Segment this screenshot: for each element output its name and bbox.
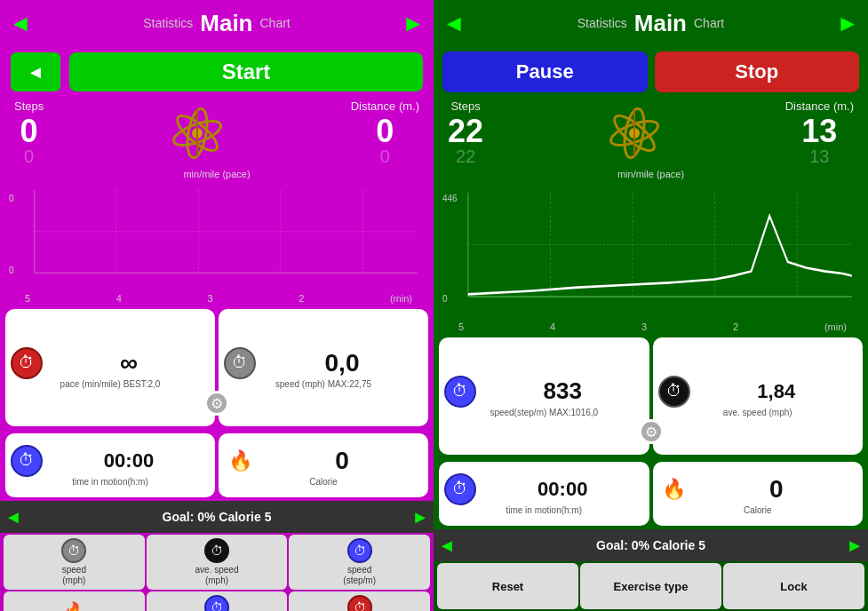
- left-speed-value: 0,0: [261, 349, 423, 377]
- left-tab-ave-speed-label: ave. speed(mph): [195, 565, 239, 586]
- right-steps-label: Steps: [450, 99, 480, 113]
- left-back-arrow[interactable]: ◄: [9, 10, 32, 37]
- left-tab-calorie[interactable]: 🔥 Calorie: [4, 591, 145, 611]
- left-chart-title: min/mile (pace): [7, 169, 426, 179]
- right-distance-block: Distance (m.) 13 13: [785, 99, 854, 167]
- left-gear-icon[interactable]: ⚙: [204, 391, 229, 416]
- left-statistics-label: Statistics: [143, 16, 193, 30]
- left-speed-card: ⏱ 0,0 speed (mph) MAX:22,75: [219, 309, 428, 426]
- left-tab-time[interactable]: ⏱ time inmotion(h:m): [147, 591, 288, 611]
- pause-stop-area: Pause Stop: [434, 46, 868, 98]
- right-ave-speed-icon: ⏱: [658, 376, 690, 408]
- right-calorie-icon: 🔥: [658, 473, 690, 505]
- left-tab-time-icon: ⏱: [204, 595, 229, 611]
- stop-button[interactable]: Stop: [655, 52, 860, 92]
- right-time-card: ⏱ 00:00 time in motion(h:m): [439, 462, 649, 526]
- left-time-label: time in motion(h:m): [11, 477, 210, 487]
- left-tab-ave-speed[interactable]: ⏱ ave. speed(mph): [147, 535, 288, 590]
- right-speed-step-card: ⏱ 833 speed(step/m) MAX:1016,0: [439, 337, 649, 455]
- left-stats-row: Steps 0 0 Distance (m.) 0 0: [0, 98, 434, 169]
- exercise-type-button[interactable]: Exercise type: [580, 563, 721, 609]
- left-tab-speed-icon: ⏱: [61, 538, 86, 563]
- left-chart-y-bottom: 0: [9, 266, 14, 275]
- right-time-label: time in motion(h:m): [444, 505, 644, 515]
- right-metrics-bottom-grid: ⏱ 00:00 time in motion(h:m) 🔥 0 Calorie: [434, 458, 868, 529]
- right-calorie-value: 0: [696, 475, 858, 504]
- right-goal-bar: ◄ Goal: 0% Calorie 5 ►: [434, 529, 868, 561]
- left-distance-shadow: 0: [380, 147, 390, 167]
- right-steps-block: Steps 22 22: [448, 99, 483, 167]
- left-tab-calorie-icon: 🔥: [58, 597, 90, 611]
- left-time-card: ⏱ 00:00 time in motion(h:m): [5, 433, 215, 497]
- right-gear-icon[interactable]: ⚙: [639, 419, 664, 444]
- left-tab-pace[interactable]: ⏱ pace(min/km): [289, 591, 430, 611]
- right-metrics-container: ⏱ 833 speed(step/m) MAX:1016,0 ⏱ 1,84 av…: [434, 334, 868, 529]
- left-time-icon: ⏱: [11, 445, 43, 477]
- right-main-label: Main: [634, 10, 687, 37]
- left-chart-y-top: 0: [9, 194, 14, 203]
- right-chart-label: Chart: [694, 16, 724, 30]
- left-speed-icon: ⏱: [224, 347, 256, 379]
- right-gyro-icon: [603, 102, 665, 164]
- left-goal-bar: ◄ Goal: 0% Calorie 5 ►: [0, 501, 434, 533]
- right-statistics-label: Statistics: [577, 16, 627, 30]
- left-metrics-container: ⏱ ∞ pace (min/mile) BEST:2,0 ⏱ 0,0 speed…: [0, 306, 434, 501]
- left-chart-label: Chart: [260, 16, 291, 30]
- right-ave-speed-label: ave. speed (mph): [658, 408, 858, 417]
- right-speed-step-icon: ⏱: [444, 376, 476, 408]
- left-steps-value: 0: [20, 113, 38, 150]
- right-chart-y-bottom: 0: [442, 294, 448, 304]
- left-pace-card: ⏱ ∞ pace (min/mile) BEST:2,0: [5, 309, 215, 426]
- left-distance-label: Distance (m.): [351, 99, 419, 113]
- right-chart-x-labels: 5 4 3 2 (min): [441, 321, 861, 332]
- left-goal-back-arrow[interactable]: ◄: [4, 507, 22, 528]
- reset-button[interactable]: Reset: [437, 563, 578, 609]
- right-forward-arrow[interactable]: ►: [836, 10, 859, 37]
- left-goal-forward-arrow[interactable]: ►: [411, 507, 429, 528]
- left-steps-block: Steps 0 0: [14, 99, 44, 167]
- left-tab-speed-step-label: speed(step/m): [343, 565, 376, 586]
- right-bottom-buttons: Reset Exercise type Lock: [434, 561, 868, 611]
- right-header: ◄ Statistics Main Chart ►: [434, 0, 868, 46]
- right-ave-speed-card: ⏱ 1,84 ave. speed (mph): [653, 337, 864, 455]
- right-calorie-card: 🔥 0 Calorie: [653, 462, 864, 526]
- back-arrow-button[interactable]: ◄: [11, 52, 60, 91]
- right-speed-step-label: speed(step/m) MAX:1016,0: [444, 408, 644, 417]
- left-tab-speed-label: speed(mph): [62, 565, 86, 586]
- left-tab-speed-step[interactable]: ⏱ speed(step/m): [289, 535, 430, 590]
- left-title-group: Statistics Main Chart: [32, 10, 402, 37]
- left-bottom-tabs: ⏱ speed(mph) ⏱ ave. speed(mph) ⏱ speed(s…: [0, 533, 434, 611]
- left-time-value: 00:00: [48, 449, 210, 472]
- left-steps-label: Steps: [14, 99, 44, 113]
- right-goal-forward-arrow[interactable]: ►: [846, 536, 864, 556]
- left-main-label: Main: [200, 10, 252, 37]
- right-distance-value: 13: [801, 113, 837, 150]
- right-distance-label: Distance (m.): [785, 99, 854, 113]
- left-tab-speed-step-icon: ⏱: [347, 538, 372, 563]
- left-pace-label: pace (min/mile) BEST:2,0: [11, 379, 210, 389]
- start-area: ◄ Start: [0, 46, 434, 98]
- left-steps-shadow: 0: [24, 147, 34, 167]
- left-calorie-value: 0: [261, 447, 423, 475]
- left-distance-block: Distance (m.) 0 0: [351, 99, 419, 167]
- left-calorie-icon: 🔥: [224, 445, 256, 477]
- left-metrics-bottom-grid: ⏱ 00:00 time in motion(h:m) 🔥 0 Calorie: [0, 430, 434, 501]
- left-tab-ave-speed-icon: ⏱: [204, 538, 229, 563]
- left-gyro-icon: [166, 102, 228, 164]
- right-goal-back-arrow[interactable]: ◄: [438, 536, 456, 556]
- right-back-arrow[interactable]: ◄: [442, 10, 466, 37]
- left-forward-arrow[interactable]: ►: [402, 10, 425, 37]
- right-time-value: 00:00: [482, 478, 644, 501]
- start-button[interactable]: Start: [69, 52, 423, 91]
- right-goal-text: Goal: 0% Calorie 5: [456, 538, 846, 552]
- right-ave-speed-value: 1,84: [696, 380, 858, 403]
- right-steps-shadow: 22: [456, 147, 475, 167]
- pause-button[interactable]: Pause: [442, 52, 648, 92]
- left-tab-speed-mph[interactable]: ⏱ speed(mph): [4, 535, 145, 590]
- right-chart-title: min/mile (pace): [441, 169, 861, 179]
- lock-button[interactable]: Lock: [723, 563, 864, 609]
- left-header: ◄ Statistics Main Chart ►: [0, 0, 434, 46]
- right-chart-area: min/mile (pace) 446 0 5 4 3 2 (min): [441, 169, 861, 334]
- left-chart-area: min/mile (pace) 0 0 5 4 3 2 (min): [7, 169, 426, 306]
- right-speed-step-value: 833: [482, 377, 644, 405]
